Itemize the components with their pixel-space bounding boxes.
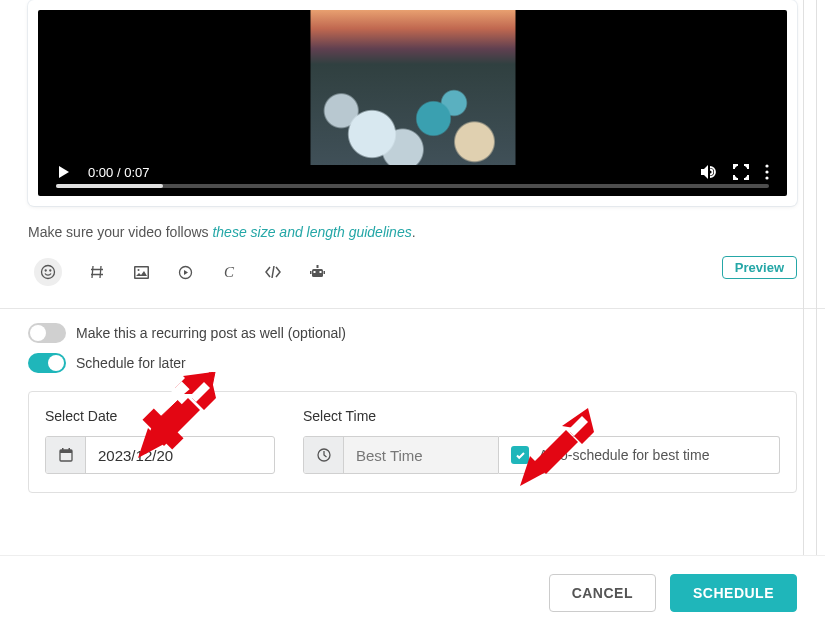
guideline-text: Make sure your video follows these size … xyxy=(28,224,797,240)
guideline-link[interactable]: these size and length guidelines xyxy=(212,224,411,240)
date-label: Select Date xyxy=(45,408,275,424)
image-icon[interactable] xyxy=(132,263,150,281)
svg-point-4 xyxy=(45,270,46,271)
emoji-icon[interactable] xyxy=(34,258,62,286)
hashtag-icon[interactable] xyxy=(88,263,106,281)
canva-icon[interactable]: C xyxy=(220,263,238,281)
schedule-later-label: Schedule for later xyxy=(76,355,186,371)
clock-icon xyxy=(304,437,344,473)
editor-toolbar: C Preview xyxy=(28,254,797,290)
more-icon[interactable] xyxy=(765,164,769,180)
video-icon[interactable] xyxy=(176,263,194,281)
auto-schedule-label: Auto-schedule for best time xyxy=(539,447,709,463)
svg-rect-13 xyxy=(316,265,318,268)
auto-schedule-box: Auto-schedule for best time xyxy=(499,436,780,474)
robot-icon[interactable] xyxy=(308,263,326,281)
svg-point-8 xyxy=(137,269,139,271)
video-card: 0:00 / 0:07 xyxy=(28,0,797,206)
time-input[interactable]: Best Time xyxy=(303,436,499,474)
auto-schedule-checkbox[interactable] xyxy=(511,446,529,464)
video-time: 0:00 / 0:07 xyxy=(88,165,149,180)
svg-rect-18 xyxy=(62,448,64,451)
footer: CANCEL SCHEDULE xyxy=(0,555,825,612)
cancel-button[interactable]: CANCEL xyxy=(549,574,656,612)
svg-rect-17 xyxy=(60,450,72,453)
recurring-toggle[interactable] xyxy=(28,323,66,343)
video-thumbnail xyxy=(310,10,515,165)
svg-point-1 xyxy=(765,170,768,173)
svg-point-5 xyxy=(50,270,51,271)
recurring-label: Make this a recurring post as well (opti… xyxy=(76,325,346,341)
video-player[interactable]: 0:00 / 0:07 xyxy=(38,10,787,196)
svg-point-0 xyxy=(765,164,768,167)
schedule-later-toggle[interactable] xyxy=(28,353,66,373)
svg-rect-11 xyxy=(313,271,315,273)
code-icon[interactable] xyxy=(264,263,282,281)
preview-button[interactable]: Preview xyxy=(722,256,797,279)
date-value[interactable]: 2023/12/20 xyxy=(86,437,274,473)
time-label: Select Time xyxy=(303,408,780,424)
schedule-box: Select Date 2023/12/20 Select Time Best … xyxy=(28,391,797,493)
schedule-button[interactable]: SCHEDULE xyxy=(670,574,797,612)
svg-rect-19 xyxy=(68,448,70,451)
svg-rect-12 xyxy=(319,271,321,273)
video-progress[interactable] xyxy=(56,184,769,188)
fullscreen-icon[interactable] xyxy=(733,164,749,180)
volume-icon[interactable] xyxy=(699,163,717,181)
calendar-icon xyxy=(46,437,86,473)
svg-rect-14 xyxy=(310,271,312,274)
play-icon[interactable] xyxy=(56,164,72,180)
svg-point-3 xyxy=(42,266,55,279)
date-input[interactable]: 2023/12/20 xyxy=(45,436,275,474)
svg-rect-15 xyxy=(323,271,325,274)
time-value[interactable]: Best Time xyxy=(344,436,499,474)
svg-point-2 xyxy=(765,176,768,179)
